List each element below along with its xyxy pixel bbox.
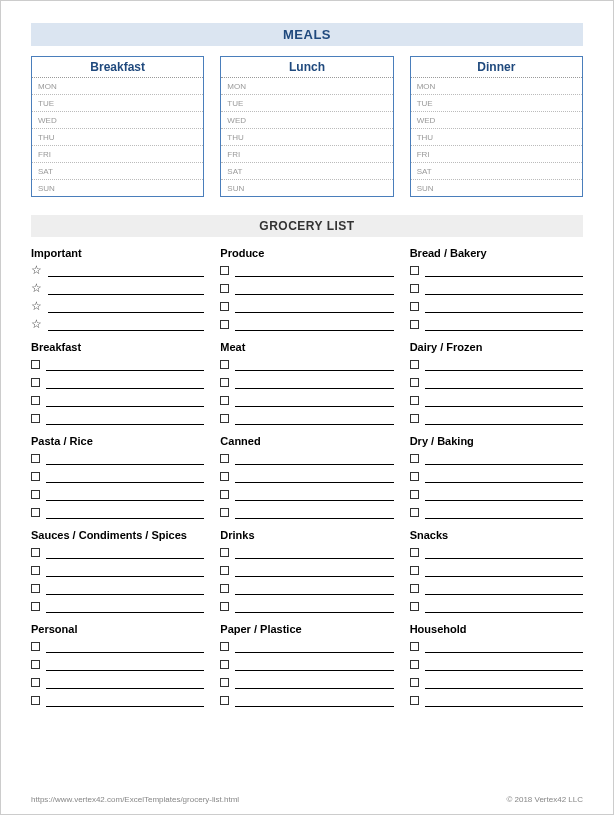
write-line: [425, 358, 583, 371]
grocery-line: [220, 373, 393, 391]
grocery-line: [31, 637, 204, 655]
grocery-line: [410, 279, 583, 297]
checkbox-icon: [220, 302, 229, 311]
grocery-line: [31, 449, 204, 467]
meal-day-row: TUE: [411, 95, 582, 112]
write-line: [46, 658, 204, 671]
grocery-column: Bread / BakeryDairy / FrozenDry / Baking…: [410, 247, 583, 717]
grocery-category-label: Bread / Bakery: [410, 247, 583, 261]
write-line: [46, 358, 204, 371]
grocery-line: [220, 315, 393, 333]
write-line: [46, 470, 204, 483]
write-line: [235, 394, 393, 407]
write-line: [425, 694, 583, 707]
grocery-section: Important☆☆☆☆: [31, 247, 204, 333]
grocery-section: Breakfast: [31, 341, 204, 427]
grocery-line: [31, 655, 204, 673]
grocery-category-label: Dairy / Frozen: [410, 341, 583, 355]
checkbox-icon: [410, 566, 419, 575]
grocery-line: [410, 467, 583, 485]
checkbox-icon: [220, 472, 229, 481]
grocery-line: [31, 503, 204, 521]
write-line: [46, 376, 204, 389]
write-line: [425, 640, 583, 653]
checkbox-icon: [31, 678, 40, 687]
grocery-section: Meat: [220, 341, 393, 427]
checkbox-icon: [31, 566, 40, 575]
write-line: [235, 658, 393, 671]
checkbox-icon: [410, 584, 419, 593]
write-line: [425, 264, 583, 277]
write-line: [425, 452, 583, 465]
checkbox-icon: [31, 490, 40, 499]
grocery-line: [410, 449, 583, 467]
write-line: [235, 470, 393, 483]
checkbox-icon: [220, 660, 229, 669]
write-line: [46, 488, 204, 501]
checkbox-icon: [410, 266, 419, 275]
checkbox-icon: [220, 642, 229, 651]
write-line: [46, 564, 204, 577]
write-line: [46, 452, 204, 465]
checkbox-icon: [410, 548, 419, 557]
star-icon: ☆: [31, 301, 42, 312]
meal-day-row: WED: [411, 112, 582, 129]
meal-day-row: SUN: [411, 180, 582, 196]
write-line: [425, 470, 583, 483]
meal-day-row: MON: [411, 78, 582, 95]
checkbox-icon: [31, 508, 40, 517]
grocery-line: [220, 655, 393, 673]
star-icon: ☆: [31, 319, 42, 330]
meal-day-row: WED: [32, 112, 203, 129]
meal-day-row: WED: [221, 112, 392, 129]
grocery-section: Dairy / Frozen: [410, 341, 583, 427]
checkbox-icon: [31, 642, 40, 651]
grocery-category-label: Drinks: [220, 529, 393, 543]
grocery-line: [220, 637, 393, 655]
write-line: [235, 412, 393, 425]
write-line: [425, 488, 583, 501]
meal-day-row: SUN: [221, 180, 392, 196]
checkbox-icon: [220, 490, 229, 499]
footer: https://www.vertex42.com/ExcelTemplates/…: [31, 795, 583, 804]
checkbox-icon: [220, 548, 229, 557]
grocery-line: [410, 373, 583, 391]
grocery-line: ☆: [31, 261, 204, 279]
meal-day-row: MON: [32, 78, 203, 95]
grocery-category-label: Meat: [220, 341, 393, 355]
write-line: [425, 582, 583, 595]
grocery-category-label: Personal: [31, 623, 204, 637]
grocery-category-label: Sauces / Condiments / Spices: [31, 529, 204, 543]
write-line: [425, 506, 583, 519]
checkbox-icon: [31, 602, 40, 611]
write-line: [48, 318, 204, 331]
footer-url: https://www.vertex42.com/ExcelTemplates/…: [31, 795, 239, 804]
grocery-line: [31, 373, 204, 391]
grocery-section: Paper / Plastice: [220, 623, 393, 709]
grocery-line: [31, 467, 204, 485]
grocery-column: ProduceMeatCannedDrinksPaper / Plastice: [220, 247, 393, 717]
grocery-line: ☆: [31, 297, 204, 315]
grocery-line: [410, 485, 583, 503]
checkbox-icon: [31, 472, 40, 481]
meal-day-row: SAT: [221, 163, 392, 180]
meals-header: MEALS: [31, 23, 583, 46]
checkbox-icon: [31, 548, 40, 557]
grocery-category-label: Dry / Baking: [410, 435, 583, 449]
grocery-line: [31, 597, 204, 615]
meal-column-title: Breakfast: [32, 57, 203, 78]
checkbox-icon: [220, 678, 229, 687]
grocery-line: [31, 391, 204, 409]
grocery-line: [220, 485, 393, 503]
write-line: [46, 582, 204, 595]
checkbox-icon: [31, 660, 40, 669]
write-line: [425, 318, 583, 331]
meal-day-row: THU: [221, 129, 392, 146]
grocery-line: [31, 485, 204, 503]
write-line: [46, 394, 204, 407]
checkbox-icon: [410, 602, 419, 611]
meal-day-row: SUN: [32, 180, 203, 196]
grocery-line: [220, 691, 393, 709]
grocery-line: [410, 673, 583, 691]
grocery-line: [220, 261, 393, 279]
